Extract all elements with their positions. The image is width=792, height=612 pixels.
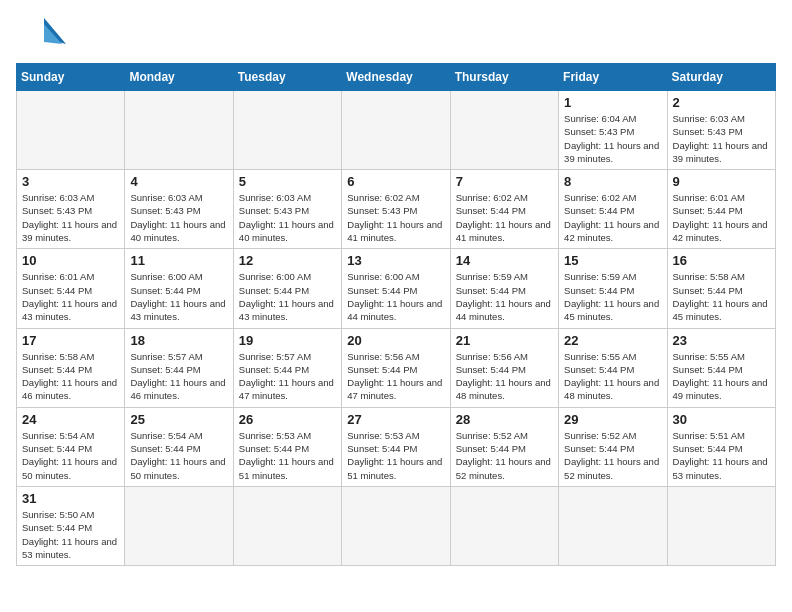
calendar-cell [342, 486, 450, 565]
day-number: 2 [673, 95, 770, 110]
day-number: 22 [564, 333, 661, 348]
day-info: Sunrise: 6:03 AM Sunset: 5:43 PM Dayligh… [673, 112, 770, 165]
day-info: Sunrise: 6:01 AM Sunset: 5:44 PM Dayligh… [673, 191, 770, 244]
day-info: Sunrise: 5:55 AM Sunset: 5:44 PM Dayligh… [673, 350, 770, 403]
day-number: 13 [347, 253, 444, 268]
calendar-cell: 30Sunrise: 5:51 AM Sunset: 5:44 PM Dayli… [667, 407, 775, 486]
day-number: 25 [130, 412, 227, 427]
day-number: 12 [239, 253, 336, 268]
calendar-cell: 15Sunrise: 5:59 AM Sunset: 5:44 PM Dayli… [559, 249, 667, 328]
calendar-week-row: 31Sunrise: 5:50 AM Sunset: 5:44 PM Dayli… [17, 486, 776, 565]
col-header-thursday: Thursday [450, 64, 558, 91]
day-number: 15 [564, 253, 661, 268]
day-number: 27 [347, 412, 444, 427]
day-number: 7 [456, 174, 553, 189]
calendar-cell [559, 486, 667, 565]
calendar-cell: 8Sunrise: 6:02 AM Sunset: 5:44 PM Daylig… [559, 170, 667, 249]
calendar-cell: 14Sunrise: 5:59 AM Sunset: 5:44 PM Dayli… [450, 249, 558, 328]
day-number: 20 [347, 333, 444, 348]
day-number: 16 [673, 253, 770, 268]
calendar-cell: 4Sunrise: 6:03 AM Sunset: 5:43 PM Daylig… [125, 170, 233, 249]
day-info: Sunrise: 6:04 AM Sunset: 5:43 PM Dayligh… [564, 112, 661, 165]
calendar-cell: 1Sunrise: 6:04 AM Sunset: 5:43 PM Daylig… [559, 91, 667, 170]
day-info: Sunrise: 5:59 AM Sunset: 5:44 PM Dayligh… [564, 270, 661, 323]
day-info: Sunrise: 5:59 AM Sunset: 5:44 PM Dayligh… [456, 270, 553, 323]
calendar-cell: 24Sunrise: 5:54 AM Sunset: 5:44 PM Dayli… [17, 407, 125, 486]
calendar-cell: 26Sunrise: 5:53 AM Sunset: 5:44 PM Dayli… [233, 407, 341, 486]
day-number: 30 [673, 412, 770, 427]
calendar-cell: 18Sunrise: 5:57 AM Sunset: 5:44 PM Dayli… [125, 328, 233, 407]
calendar-cell: 21Sunrise: 5:56 AM Sunset: 5:44 PM Dayli… [450, 328, 558, 407]
calendar-cell: 29Sunrise: 5:52 AM Sunset: 5:44 PM Dayli… [559, 407, 667, 486]
calendar-cell [450, 486, 558, 565]
calendar-week-row: 17Sunrise: 5:58 AM Sunset: 5:44 PM Dayli… [17, 328, 776, 407]
day-info: Sunrise: 6:03 AM Sunset: 5:43 PM Dayligh… [130, 191, 227, 244]
calendar-cell: 20Sunrise: 5:56 AM Sunset: 5:44 PM Dayli… [342, 328, 450, 407]
calendar-cell: 6Sunrise: 6:02 AM Sunset: 5:43 PM Daylig… [342, 170, 450, 249]
calendar-cell [450, 91, 558, 170]
calendar-cell: 13Sunrise: 6:00 AM Sunset: 5:44 PM Dayli… [342, 249, 450, 328]
day-info: Sunrise: 5:56 AM Sunset: 5:44 PM Dayligh… [347, 350, 444, 403]
day-number: 23 [673, 333, 770, 348]
calendar-cell [233, 91, 341, 170]
calendar-cell: 12Sunrise: 6:00 AM Sunset: 5:44 PM Dayli… [233, 249, 341, 328]
col-header-tuesday: Tuesday [233, 64, 341, 91]
day-info: Sunrise: 5:57 AM Sunset: 5:44 PM Dayligh… [239, 350, 336, 403]
calendar-cell: 23Sunrise: 5:55 AM Sunset: 5:44 PM Dayli… [667, 328, 775, 407]
day-number: 17 [22, 333, 119, 348]
logo [16, 16, 70, 51]
calendar-cell [667, 486, 775, 565]
calendar-cell: 17Sunrise: 5:58 AM Sunset: 5:44 PM Dayli… [17, 328, 125, 407]
day-info: Sunrise: 6:00 AM Sunset: 5:44 PM Dayligh… [347, 270, 444, 323]
calendar-cell [125, 91, 233, 170]
day-info: Sunrise: 5:58 AM Sunset: 5:44 PM Dayligh… [22, 350, 119, 403]
calendar-cell: 2Sunrise: 6:03 AM Sunset: 5:43 PM Daylig… [667, 91, 775, 170]
calendar-cell: 22Sunrise: 5:55 AM Sunset: 5:44 PM Dayli… [559, 328, 667, 407]
calendar-header-row: SundayMondayTuesdayWednesdayThursdayFrid… [17, 64, 776, 91]
day-number: 6 [347, 174, 444, 189]
day-number: 1 [564, 95, 661, 110]
day-number: 9 [673, 174, 770, 189]
day-info: Sunrise: 6:02 AM Sunset: 5:44 PM Dayligh… [456, 191, 553, 244]
calendar-cell [17, 91, 125, 170]
day-number: 14 [456, 253, 553, 268]
calendar-cell: 3Sunrise: 6:03 AM Sunset: 5:43 PM Daylig… [17, 170, 125, 249]
day-number: 10 [22, 253, 119, 268]
day-number: 5 [239, 174, 336, 189]
page-header [16, 16, 776, 51]
day-number: 8 [564, 174, 661, 189]
day-info: Sunrise: 5:50 AM Sunset: 5:44 PM Dayligh… [22, 508, 119, 561]
calendar-cell [342, 91, 450, 170]
calendar-cell: 27Sunrise: 5:53 AM Sunset: 5:44 PM Dayli… [342, 407, 450, 486]
day-info: Sunrise: 5:53 AM Sunset: 5:44 PM Dayligh… [347, 429, 444, 482]
day-number: 29 [564, 412, 661, 427]
col-header-sunday: Sunday [17, 64, 125, 91]
day-info: Sunrise: 5:54 AM Sunset: 5:44 PM Dayligh… [22, 429, 119, 482]
col-header-wednesday: Wednesday [342, 64, 450, 91]
calendar-cell: 16Sunrise: 5:58 AM Sunset: 5:44 PM Dayli… [667, 249, 775, 328]
day-info: Sunrise: 5:54 AM Sunset: 5:44 PM Dayligh… [130, 429, 227, 482]
day-number: 3 [22, 174, 119, 189]
calendar-cell: 19Sunrise: 5:57 AM Sunset: 5:44 PM Dayli… [233, 328, 341, 407]
day-number: 24 [22, 412, 119, 427]
calendar-week-row: 3Sunrise: 6:03 AM Sunset: 5:43 PM Daylig… [17, 170, 776, 249]
day-info: Sunrise: 6:00 AM Sunset: 5:44 PM Dayligh… [130, 270, 227, 323]
day-info: Sunrise: 5:57 AM Sunset: 5:44 PM Dayligh… [130, 350, 227, 403]
day-number: 18 [130, 333, 227, 348]
day-info: Sunrise: 6:02 AM Sunset: 5:43 PM Dayligh… [347, 191, 444, 244]
calendar-table: SundayMondayTuesdayWednesdayThursdayFrid… [16, 63, 776, 566]
day-number: 11 [130, 253, 227, 268]
day-info: Sunrise: 5:53 AM Sunset: 5:44 PM Dayligh… [239, 429, 336, 482]
calendar-cell: 11Sunrise: 6:00 AM Sunset: 5:44 PM Dayli… [125, 249, 233, 328]
day-number: 19 [239, 333, 336, 348]
calendar-cell: 10Sunrise: 6:01 AM Sunset: 5:44 PM Dayli… [17, 249, 125, 328]
col-header-friday: Friday [559, 64, 667, 91]
calendar-cell: 25Sunrise: 5:54 AM Sunset: 5:44 PM Dayli… [125, 407, 233, 486]
day-info: Sunrise: 6:03 AM Sunset: 5:43 PM Dayligh… [22, 191, 119, 244]
calendar-cell: 31Sunrise: 5:50 AM Sunset: 5:44 PM Dayli… [17, 486, 125, 565]
calendar-cell: 28Sunrise: 5:52 AM Sunset: 5:44 PM Dayli… [450, 407, 558, 486]
day-number: 26 [239, 412, 336, 427]
day-info: Sunrise: 6:03 AM Sunset: 5:43 PM Dayligh… [239, 191, 336, 244]
day-number: 21 [456, 333, 553, 348]
calendar-cell: 5Sunrise: 6:03 AM Sunset: 5:43 PM Daylig… [233, 170, 341, 249]
